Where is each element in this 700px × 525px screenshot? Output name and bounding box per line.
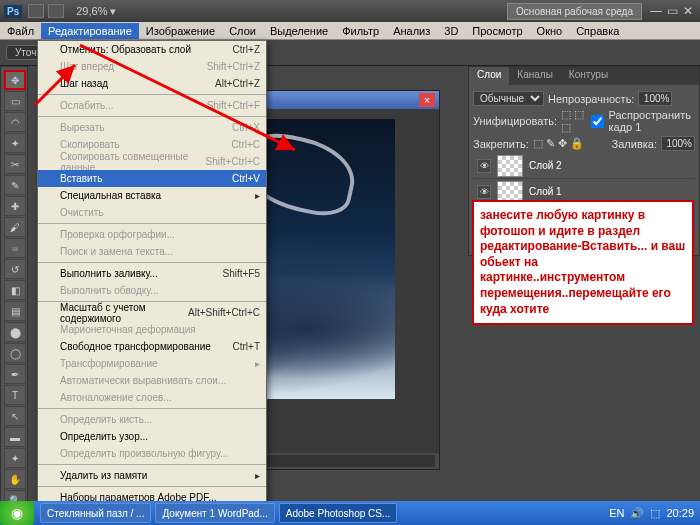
workspace-switcher[interactable]: Основная рабочая среда [507,3,642,20]
clock[interactable]: 20:29 [666,507,694,519]
menu-3d[interactable]: 3D [437,23,465,39]
start-button[interactable]: ◉ [0,501,34,525]
menuitem[interactable]: Отменить: Образовать слойCtrl+Z [38,41,266,58]
hand-tool[interactable]: ✋ [4,469,26,489]
edit-menu-dropdown: Отменить: Образовать слойCtrl+ZШаг впере… [37,40,267,525]
menu-слои[interactable]: Слои [222,23,263,39]
menuitem[interactable]: Удалить из памяти▸ [38,467,266,484]
propagate-label: Распространить кадр 1 [608,109,695,133]
layer-thumb[interactable] [497,155,523,177]
menuitem: Марионеточная деформация [38,321,266,338]
opacity-label: Непрозрачность: [548,93,634,105]
shape-tool[interactable]: ▬ [4,427,26,447]
lock-label: Закрепить: [473,138,529,150]
instruction-callout: занесите любую картинку в фотошоп и идит… [472,200,694,325]
menuitem: Поиск и замена текста... [38,243,266,260]
menuitem[interactable]: Масштаб с учетом содержимогоAlt+Shift+Ct… [38,304,266,321]
menu-анализ[interactable]: Анализ [386,23,437,39]
menuitem[interactable]: Выполнить заливку...Shift+F5 [38,265,266,282]
crop-tool[interactable]: ✂ [4,154,26,174]
system-tray[interactable]: EN 🔊 ⬚ 20:29 [603,507,700,520]
menuitem: Автоматически выравнивать слои... [38,372,266,389]
app-logo: Ps [4,5,22,18]
dodge-tool[interactable]: ◯ [4,343,26,363]
menu-выделение[interactable]: Выделение [263,23,335,39]
menuitem: Проверка орфографии... [38,226,266,243]
menuitem: ВырезатьCtrl+X [38,119,266,136]
layer-name: Слой 1 [529,186,562,197]
lock-icons[interactable]: ⬚ ✎ ✥ 🔒 [533,137,584,150]
menu-изображение[interactable]: Изображение [139,23,222,39]
menuitem[interactable]: Шаг назадAlt+Ctrl+Z [38,75,266,92]
app-titlebar: Ps 29,6% ▾ Основная рабочая среда —▭✕ [0,0,700,22]
tab-Каналы[interactable]: Каналы [509,67,561,85]
menuitem: Очистить [38,204,266,221]
menu-файл[interactable]: Файл [0,23,41,39]
pen-tool[interactable]: ✒ [4,364,26,384]
unify-label: Унифицировать: [473,115,557,127]
move-tool[interactable]: ✥ [4,70,26,90]
menubar: ФайлРедактированиеИзображениеСлоиВыделен… [0,22,700,40]
heal-tool[interactable]: ✚ [4,196,26,216]
layer-name: Слой 2 [529,160,562,171]
taskbar-button[interactable]: Стеклянный пазл / ... [40,503,151,523]
taskbar-button[interactable]: Adobe Photoshop CS... [279,503,398,523]
eyedropper-tool[interactable]: ✎ [4,175,26,195]
blend-mode-select[interactable]: Обычные [473,91,544,106]
menu-фильтр[interactable]: Фильтр [335,23,386,39]
zoom-level[interactable]: 29,6% ▾ [76,5,116,18]
lasso-tool[interactable]: ◠ [4,112,26,132]
menuitem: Определить кисть... [38,411,266,428]
type-tool[interactable]: T [4,385,26,405]
history-brush-tool[interactable]: ↺ [4,259,26,279]
menuitem: Ослабить...Shift+Ctrl+F [38,97,266,114]
toolbox: ✥ ▭ ◠ ✦ ✂ ✎ ✚ 🖌 ⎃ ↺ ◧ ▤ ⬤ ◯ ✒ T ↖ ▬ ✦ ✋ … [0,66,28,525]
menu-редактирование[interactable]: Редактирование [41,23,139,39]
tray-icon[interactable]: 🔊 [630,507,644,520]
wand-tool[interactable]: ✦ [4,133,26,153]
menuitem[interactable]: Специальная вставка▸ [38,187,266,204]
fill-label: Заливка: [612,138,657,150]
taskbar-button[interactable]: Документ 1 WordPad... [155,503,274,523]
tray-icon[interactable]: ⬚ [650,507,660,520]
windows-taskbar: ◉ Стеклянный пазл / ...Документ 1 WordPa… [0,501,700,525]
path-tool[interactable]: ↖ [4,406,26,426]
menuitem[interactable]: ВставитьCtrl+V [38,170,266,187]
fill-input[interactable] [661,136,695,151]
menuitem: Автоналожение слоев... [38,389,266,406]
opacity-input[interactable] [638,91,672,106]
menu-окно[interactable]: Окно [530,23,570,39]
minibridge-icon[interactable] [48,4,64,18]
menuitem: Выполнить обводку... [38,282,266,299]
tab-Контуры[interactable]: Контуры [561,67,616,85]
marquee-tool[interactable]: ▭ [4,91,26,111]
visibility-icon[interactable]: 👁 [477,159,491,173]
visibility-icon[interactable]: 👁 [477,185,491,199]
propagate-checkbox[interactable] [591,114,604,129]
stamp-tool[interactable]: ⎃ [4,238,26,258]
unify-icon[interactable]: ⬚ ⬚ ⬚ [561,108,587,134]
menuitem: Определить произвольную фигуру... [38,445,266,462]
close-icon[interactable]: × [419,93,435,107]
3d-tool[interactable]: ✦ [4,448,26,468]
lang-indicator[interactable]: EN [609,507,624,519]
menu-просмотр[interactable]: Просмотр [465,23,529,39]
bridge-icon[interactable] [28,4,44,18]
gradient-tool[interactable]: ▤ [4,301,26,321]
menuitem[interactable]: Определить узор... [38,428,266,445]
window-controls[interactable]: —▭✕ [648,4,696,18]
eraser-tool[interactable]: ◧ [4,280,26,300]
menuitem: Шаг впередShift+Ctrl+Z [38,58,266,75]
menuitem: Трансформирование▸ [38,355,266,372]
menuitem[interactable]: Свободное трансформированиеCtrl+T [38,338,266,355]
blur-tool[interactable]: ⬤ [4,322,26,342]
brush-tool[interactable]: 🖌 [4,217,26,237]
menuitem: Скопировать совмещенные данныеShift+Ctrl… [38,153,266,170]
layer-row[interactable]: 👁Слой 2 [473,153,695,179]
tab-Слои[interactable]: Слои [469,67,509,85]
menu-справка[interactable]: Справка [569,23,626,39]
